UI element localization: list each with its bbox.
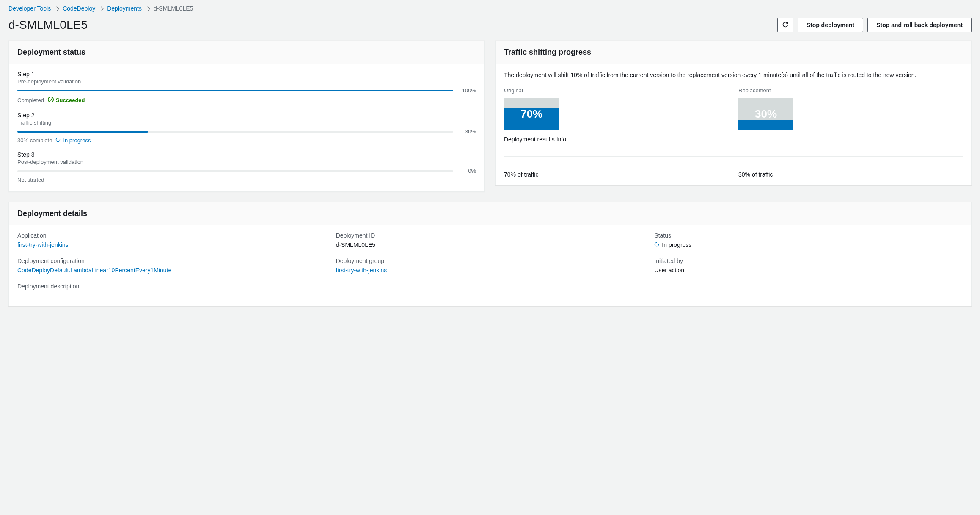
breadcrumb-current: d-SMLML0LE5: [154, 5, 193, 12]
panel-header: Deployment status: [9, 41, 484, 64]
traffic-original-column: Original 70% Deployment results Info: [504, 87, 728, 146]
spinner-icon: [55, 137, 61, 144]
detail-label: Deployment group: [336, 258, 644, 264]
chevron-right-icon: [99, 5, 103, 12]
deployment-step-1: Step 1 Pre-deployment validation 100% Co…: [17, 71, 476, 104]
traffic-original-label: Original: [504, 87, 728, 94]
panel-header: Traffic shifting progress: [496, 41, 971, 64]
detail-label: Status: [654, 232, 963, 239]
step-status-prefix: Not started: [17, 177, 44, 183]
stop-rollback-button[interactable]: Stop and roll back deployment: [867, 18, 972, 32]
application-link[interactable]: first-try-with-jenkins: [17, 241, 69, 248]
traffic-replacement-bar: 30%: [738, 98, 793, 130]
status-text: Succeeded: [56, 97, 85, 103]
progress-percent: 100%: [459, 87, 476, 94]
deployment-step-3: Step 3 Post-deployment validation 0% Not…: [17, 151, 476, 183]
detail-value: d-SMLML0LE5: [336, 241, 644, 248]
refresh-button[interactable]: [777, 18, 793, 32]
status-text: In progress: [63, 137, 91, 144]
step-status-prefix: Completed: [17, 97, 44, 103]
step-subtitle: Pre-deployment validation: [17, 78, 476, 85]
traffic-results-label: Deployment results Info: [504, 136, 728, 143]
progress-bar: [17, 170, 453, 172]
detail-value: User action: [654, 267, 963, 274]
traffic-replacement-column: Replacement 30%: [738, 87, 963, 146]
progress-bar: [17, 90, 453, 91]
detail-config: Deployment configuration CodeDeployDefau…: [17, 258, 326, 274]
progress-percent: 0%: [459, 168, 476, 174]
breadcrumb-link-codedeploy[interactable]: CodeDeploy: [63, 5, 95, 12]
progress-fill: [17, 131, 148, 133]
breadcrumb-link-developer-tools[interactable]: Developer Tools: [8, 5, 51, 12]
deployment-config-link[interactable]: CodeDeployDefault.LambdaLinear10PercentE…: [17, 267, 171, 274]
header-actions: Stop deployment Stop and roll back deplo…: [777, 18, 972, 32]
detail-label: Deployment configuration: [17, 258, 326, 264]
step-title: Step 2: [17, 112, 476, 119]
detail-deployment-id: Deployment ID d-SMLML0LE5: [336, 232, 644, 248]
breadcrumb: Developer Tools CodeDeploy Deployments d…: [8, 5, 972, 12]
page-header: d-SMLML0LE5 Stop deployment Stop and rol…: [8, 18, 972, 32]
detail-status: Status In progress: [654, 232, 963, 248]
refresh-icon: [782, 21, 789, 29]
detail-application: Application first-try-with-jenkins: [17, 232, 326, 248]
breadcrumb-link-deployments[interactable]: Deployments: [107, 5, 142, 12]
divider: [504, 156, 963, 157]
detail-value: -: [17, 292, 326, 299]
spinner-icon: [654, 241, 659, 248]
detail-initiated: Initiated by User action: [654, 258, 963, 274]
detail-description: Deployment description -: [17, 283, 326, 299]
traffic-original-text: 70% of traffic: [504, 171, 728, 178]
detail-group: Deployment group first-try-with-jenkins: [336, 258, 644, 274]
detail-label: Deployment description: [17, 283, 326, 290]
progress-fill: [17, 90, 453, 91]
panel-title: Deployment details: [17, 209, 963, 218]
status-badge-in-progress: In progress: [55, 137, 91, 144]
chevron-right-icon: [146, 5, 149, 12]
progress-percent: 30%: [459, 128, 476, 135]
panel-header: Deployment details: [9, 202, 971, 225]
traffic-replacement-percent: 30%: [738, 98, 793, 130]
detail-label: Deployment ID: [336, 232, 644, 239]
check-circle-icon: [47, 96, 54, 104]
chevron-right-icon: [55, 5, 58, 12]
step-title: Step 3: [17, 151, 476, 158]
traffic-original-percent: 70%: [504, 98, 559, 130]
traffic-description: The deployment will shift 10% of traffic…: [504, 71, 963, 80]
deployment-step-2: Step 2 Traffic shifting 30% 30% complete: [17, 112, 476, 144]
panel-title: Deployment status: [17, 48, 476, 57]
traffic-shifting-panel: Traffic shifting progress The deployment…: [495, 41, 972, 185]
detail-label: Initiated by: [654, 258, 963, 264]
status-badge-in-progress: In progress: [654, 241, 691, 248]
detail-label: Application: [17, 232, 326, 239]
step-title: Step 1: [17, 71, 476, 78]
stop-deployment-button[interactable]: Stop deployment: [798, 18, 864, 32]
progress-bar: [17, 131, 453, 133]
status-badge-succeeded: Succeeded: [47, 96, 85, 104]
page-title: d-SMLML0LE5: [8, 18, 88, 32]
traffic-original-bar: 70%: [504, 98, 559, 130]
traffic-replacement-text: 30% of traffic: [738, 171, 963, 178]
step-status-prefix: 30% complete: [17, 137, 52, 144]
panel-title: Traffic shifting progress: [504, 48, 963, 57]
step-subtitle: Traffic shifting: [17, 119, 476, 126]
step-subtitle: Post-deployment validation: [17, 159, 476, 165]
deployment-group-link[interactable]: first-try-with-jenkins: [336, 267, 387, 274]
deployment-details-panel: Deployment details Application first-try…: [8, 202, 972, 306]
traffic-replacement-label: Replacement: [738, 87, 963, 94]
deployment-status-panel: Deployment status Step 1 Pre-deployment …: [8, 41, 485, 192]
status-text: In progress: [662, 241, 691, 248]
